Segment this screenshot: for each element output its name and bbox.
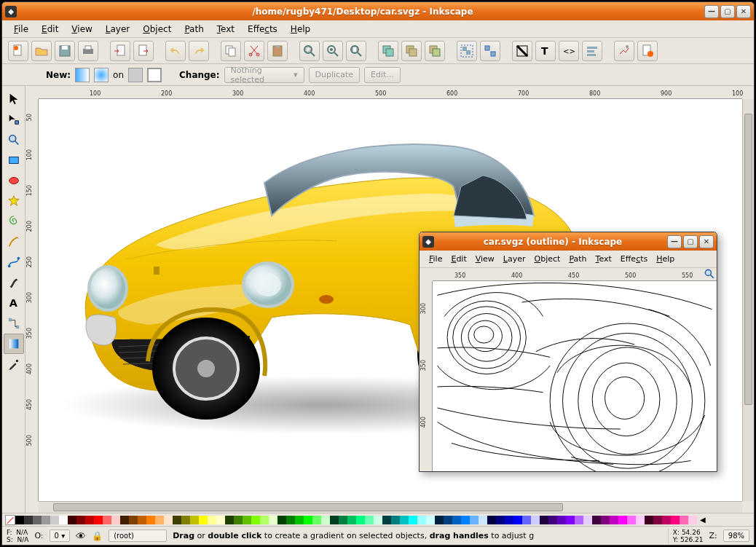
minimize-button[interactable]: — (704, 5, 719, 18)
outline-ruler-horizontal[interactable]: 350400450500550 (433, 268, 717, 281)
outline-menu-file[interactable]: File (425, 252, 446, 266)
palette-swatch[interactable] (225, 516, 234, 524)
layer-selector[interactable]: (root) (109, 530, 167, 542)
vertical-scrollbar-thumb[interactable] (744, 114, 752, 405)
palette-swatch[interactable] (216, 516, 225, 524)
palette-swatch[interactable] (610, 516, 618, 524)
pointer-tool[interactable] (4, 89, 24, 109)
open-button[interactable] (31, 41, 52, 61)
palette-swatch[interactable] (409, 516, 417, 524)
close-button[interactable]: ✕ (736, 5, 751, 18)
palette-swatch[interactable] (190, 516, 199, 524)
palette-swatch[interactable] (347, 516, 356, 524)
palette-swatch[interactable] (540, 516, 548, 524)
palette-swatch[interactable] (208, 516, 216, 524)
palette-swatch[interactable] (234, 516, 243, 524)
menu-object[interactable]: Object (137, 22, 177, 36)
menu-file[interactable]: File (8, 22, 34, 36)
palette-swatch[interactable] (645, 516, 653, 524)
palette-swatch[interactable] (24, 516, 33, 524)
ungroup-button[interactable] (480, 41, 500, 61)
new-document-button[interactable] (8, 41, 28, 61)
outline-menu-help[interactable]: Help (653, 252, 678, 266)
maximize-button[interactable]: ▢ (720, 5, 735, 18)
zoom-selection-button[interactable] (299, 41, 320, 61)
palette-swatch[interactable] (435, 516, 444, 524)
palette-menu-icon[interactable]: ◀ (700, 516, 706, 524)
palette-swatch[interactable] (146, 516, 155, 524)
palette-swatch[interactable] (42, 516, 50, 524)
save-button[interactable] (55, 41, 75, 61)
palette-swatch[interactable] (531, 516, 540, 524)
print-button[interactable] (78, 41, 98, 61)
palette-swatch[interactable] (374, 516, 382, 524)
layer-lock-toggle[interactable]: 🔒 (92, 531, 103, 541)
redo-button[interactable] (189, 41, 209, 61)
outline-zoom-icon[interactable] (704, 268, 715, 280)
text-properties-button[interactable]: T (535, 41, 556, 61)
new-radial-gradient-button[interactable] (94, 68, 109, 82)
align-button[interactable] (582, 41, 602, 61)
edit-gradient-button[interactable]: Edit... (364, 67, 401, 83)
duplicate-button[interactable] (378, 41, 398, 61)
palette-swatch[interactable] (321, 516, 330, 524)
main-titlebar[interactable]: ◆ /home/rugby471/Desktop/car.svgz - Inks… (2, 2, 754, 20)
palette-swatch[interactable] (522, 516, 531, 524)
duplicate-gradient-button[interactable]: Duplicate (309, 67, 360, 83)
palette-swatch[interactable] (680, 516, 688, 524)
palette-swatch[interactable] (513, 516, 522, 524)
palette-swatch[interactable] (583, 516, 592, 524)
zoom-tool[interactable] (4, 130, 24, 150)
undo-button[interactable] (165, 41, 186, 61)
palette-swatch[interactable] (111, 516, 120, 524)
star-tool[interactable] (4, 191, 24, 211)
menu-layer[interactable]: Layer (100, 22, 135, 36)
palette-swatch[interactable] (636, 516, 645, 524)
palette-swatch[interactable] (452, 516, 461, 524)
fill-stroke-button[interactable] (512, 41, 532, 61)
outline-ruler-vertical[interactable]: 300350400 (420, 281, 433, 471)
new-linear-gradient-button[interactable] (75, 68, 90, 82)
palette-swatch[interactable] (199, 516, 208, 524)
palette-swatch[interactable] (548, 516, 557, 524)
spiral-tool[interactable] (4, 211, 24, 232)
palette-swatch[interactable] (356, 516, 365, 524)
palette-swatch[interactable] (618, 516, 627, 524)
palette-swatch[interactable] (505, 516, 513, 524)
palette-swatch[interactable] (479, 516, 487, 524)
horizontal-scrollbar[interactable] (39, 501, 742, 513)
document-properties-button[interactable] (637, 41, 658, 61)
palette-swatch[interactable] (653, 516, 662, 524)
paste-button[interactable] (267, 41, 288, 61)
palette-swatch[interactable] (627, 516, 636, 524)
zoom-drawing-button[interactable] (323, 41, 343, 61)
palette-swatch[interactable] (120, 516, 129, 524)
node-tool[interactable] (4, 109, 24, 130)
outline-menu-effects[interactable]: Effects (617, 252, 651, 266)
palette-swatch[interactable] (566, 516, 575, 524)
palette-swatch[interactable] (487, 516, 496, 524)
palette-swatch[interactable] (50, 516, 59, 524)
palette-swatch[interactable] (601, 516, 610, 524)
outline-menu-object[interactable]: Object (531, 252, 564, 266)
palette-none-swatch[interactable] (5, 515, 15, 525)
palette-swatch[interactable] (304, 516, 312, 524)
outline-menu-layer[interactable]: Layer (500, 252, 529, 266)
gradient-tool[interactable] (4, 334, 24, 354)
menu-help[interactable]: Help (285, 22, 316, 36)
menu-path[interactable]: Path (178, 22, 209, 36)
palette-swatch[interactable] (330, 516, 339, 524)
layer-visibility-toggle[interactable]: 👁 (76, 530, 86, 542)
import-button[interactable] (110, 41, 130, 61)
palette-swatch[interactable] (312, 516, 321, 524)
palette-swatch[interactable] (295, 516, 304, 524)
menu-edit[interactable]: Edit (36, 22, 64, 36)
palette-swatch[interactable] (85, 516, 94, 524)
connector-tool[interactable] (4, 313, 24, 334)
palette-swatch[interactable] (59, 516, 68, 524)
palette-swatch[interactable] (382, 516, 391, 524)
palette-swatch[interactable] (592, 516, 601, 524)
horizontal-scrollbar-thumb[interactable] (53, 503, 563, 511)
xml-editor-button[interactable]: <> (559, 41, 579, 61)
palette-swatch[interactable] (496, 516, 505, 524)
